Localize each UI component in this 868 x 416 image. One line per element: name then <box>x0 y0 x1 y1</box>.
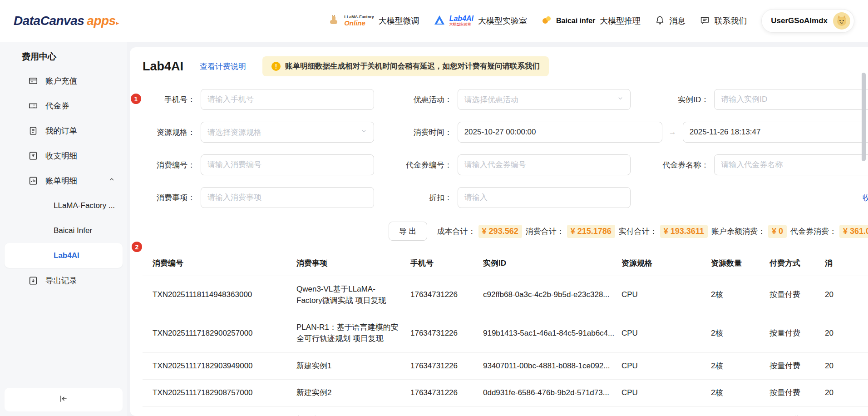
date-start-picker[interactable] <box>458 122 662 143</box>
datacanvas-logo[interactable]: DataCanvasapps▸ <box>14 14 119 28</box>
cell-quantity: 2核 <box>705 352 764 380</box>
col-phone: 手机号 <box>405 251 478 276</box>
transactions-icon <box>28 151 38 161</box>
export-button[interactable]: 导 出 <box>389 222 427 241</box>
cell-consume-item: 新建实例1 <box>291 352 405 380</box>
nav-item-lab[interactable]: Lab4AI 大模型实验室 大模型实验室 <box>434 15 527 27</box>
spec-select[interactable]: 请选择资源规格 <box>201 122 374 143</box>
date-end-picker[interactable] <box>683 122 868 143</box>
chevron-down-icon <box>617 95 624 104</box>
cell-consume-time: 20 <box>819 406 868 416</box>
cell-pay-method: 按量付费 <box>764 314 819 352</box>
col-instance-id: 实例ID <box>478 251 616 276</box>
sidebar-subitem-label: LLaMA-Factory ... <box>54 201 115 210</box>
sidebar-item-export-records[interactable]: 导出记录 <box>0 268 127 293</box>
cell-consume-item: 新建实例2 <box>291 406 405 416</box>
cell-pay-method: 按量付费 <box>764 406 819 416</box>
nav-item-finetune[interactable]: LLaMA-Factory Online 大模型微调 <box>328 14 419 28</box>
chevron-down-icon <box>360 128 367 137</box>
cell-consume-time: 20 <box>819 276 868 314</box>
consume-time-label: 消费时间： <box>399 127 452 138</box>
logo-text-apps: apps <box>87 14 115 28</box>
voucher-icon <box>28 101 38 111</box>
voucher-no-input[interactable] <box>458 154 631 175</box>
sidebar-item-transactions[interactable]: 收支明细 <box>0 143 127 168</box>
nav-item-inference[interactable]: Baicai infer 大模型推理 <box>542 15 641 27</box>
sidebar-subitem-lab4ai[interactable]: Lab4AI <box>5 243 123 268</box>
cell-spec: CPU <box>616 352 705 380</box>
sidebar-item-label: 代金券 <box>45 100 69 111</box>
summary-cost-total-value: ¥ 293.562 <box>478 225 522 238</box>
sidebar-collapse-button[interactable] <box>5 388 123 411</box>
summary-paid-total-value: ¥ 193.3611 <box>660 225 708 238</box>
annotation-badge-2: 2 <box>132 242 142 252</box>
vertical-scrollbar[interactable] <box>862 73 866 161</box>
col-txn-id: 消费编号 <box>143 251 291 276</box>
cell-instance-id: 919b1413-5ac1-46a1-84c5-91ab6c4... <box>478 314 616 352</box>
cell-phone: 17634731226 <box>405 276 478 314</box>
summary-voucher-consume: 代金券消费： ¥ 361.0967 <box>790 225 868 238</box>
consume-time-range: 消费时间： → <box>399 122 868 143</box>
page-title: Lab4AI <box>143 59 183 74</box>
cell-phone: 17634731226 <box>405 406 478 416</box>
billing-instructions-link[interactable]: 查看计费说明 <box>200 61 246 72</box>
warning-icon: ! <box>271 62 281 71</box>
billing-table-wrapper: 消费编号 消费事项 手机号 实例ID 资源规格 资源数量 付费方式 消 TXN2 <box>143 251 868 416</box>
billing-card: 1 2 Lab4AI 查看计费说明 ! 账单明细数据生成相对于关机时间会稍有延迟… <box>130 47 868 416</box>
sidebar-subitem-baicai-infer[interactable]: Baicai Infer <box>0 218 127 243</box>
sidebar-item-label: 我的订单 <box>45 125 77 136</box>
nav-item-contact[interactable]: 联系我们 <box>700 15 747 27</box>
sidebar-subitem-label: Lab4AI <box>54 251 79 260</box>
table-row: TXN20251117182908757000 新建实例2 1763473122… <box>143 380 868 407</box>
notice-text: 账单明细数据生成相对于关机时间会稍有延迟，如您对计费有疑问请联系我们 <box>285 61 540 71</box>
cell-quantity: 2核 <box>705 276 764 314</box>
cell-spec: CPU <box>616 276 705 314</box>
cell-txn-id: TXN20251117180224888000 <box>143 406 291 416</box>
sidebar-item-recharge[interactable]: 账户充值 <box>0 68 127 93</box>
sidebar-item-vouchers[interactable]: 代金券 <box>0 93 127 118</box>
cell-consume-time: 20 <box>819 380 868 407</box>
sidebar-item-label: 账单明细 <box>45 175 77 186</box>
nav-item-messages[interactable]: 消息 <box>655 15 686 27</box>
logo-text-data: Data <box>14 14 40 28</box>
cell-spec: CPU <box>616 380 705 407</box>
sidebar-item-label: 账户充值 <box>45 75 77 86</box>
user-menu[interactable]: UserGSoAImdx <box>761 9 854 33</box>
billing-table: 消费编号 消费事项 手机号 实例ID 资源规格 资源数量 付费方式 消 TXN2 <box>143 251 868 416</box>
discount-input[interactable] <box>458 187 631 208</box>
col-consume-item: 消费事项 <box>291 251 405 276</box>
cell-pay-method: 按量付费 <box>764 276 819 314</box>
sidebar-item-bill-details[interactable]: 账单明细 <box>0 168 127 193</box>
annotation-badge-1: 1 <box>131 94 141 104</box>
lab4ai-icon <box>434 15 445 27</box>
sidebar-item-label: 收支明细 <box>45 150 77 161</box>
logo-spark-icon: ▸ <box>116 20 119 26</box>
cell-consume-item: 新建实例2 <box>291 380 405 407</box>
sidebar-item-label: 导出记录 <box>45 275 77 286</box>
cell-phone: 17634731226 <box>405 314 478 352</box>
phone-input[interactable] <box>201 89 374 110</box>
consume-item-input[interactable] <box>201 187 374 208</box>
baicai-infer-icon <box>542 15 552 27</box>
chat-icon <box>700 15 710 27</box>
sidebar-subitem-llama-factory[interactable]: LLaMA-Factory ... <box>0 193 127 218</box>
date-end-input[interactable] <box>683 122 868 143</box>
cell-txn-id: TXN20251117182903949000 <box>143 352 291 380</box>
promo-select[interactable]: 请选择优惠活动 <box>458 89 631 110</box>
txn-no-input[interactable] <box>201 154 374 175</box>
cell-spec: CPU <box>616 314 705 352</box>
sidebar-item-orders[interactable]: 我的订单 <box>0 118 127 143</box>
voucher-name-input[interactable] <box>714 154 868 175</box>
instance-id-input[interactable] <box>714 89 868 110</box>
table-row: TXN20251118114948363000 Qwen3-VL基于LLaMA-… <box>143 276 868 314</box>
recharge-icon <box>28 76 38 86</box>
date-start-input[interactable] <box>458 122 662 143</box>
cell-txn-id: TXN20251118114948363000 <box>143 276 291 314</box>
filter-panel: 手机号： 优惠活动： 请选择优惠活动 实例ID： <box>143 89 868 208</box>
cell-instance-id: 0dd931fe-6586-476b-9b2d-571d73... <box>478 380 616 407</box>
export-records-icon <box>28 276 38 286</box>
collapse-filters-link[interactable]: 收起 <box>656 193 868 203</box>
llama-factory-icon <box>328 14 340 28</box>
avatar <box>833 12 850 30</box>
table-row: TXN20251117180224888000 新建实例2 1763473122… <box>143 406 868 416</box>
